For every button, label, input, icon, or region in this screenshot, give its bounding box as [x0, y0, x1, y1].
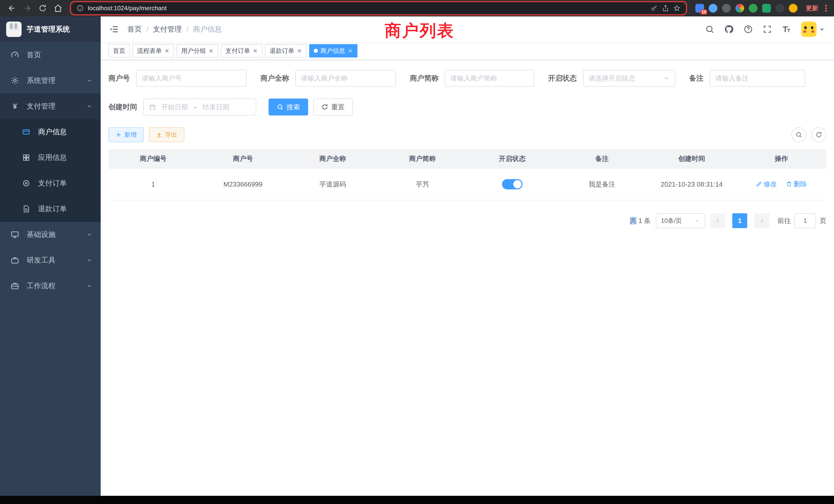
filter-row-1: 商户号 商户全称 商户简称 开启状态 请选择开启状态 — [108, 70, 826, 87]
chevron-down-icon — [86, 283, 92, 289]
extension-icon[interactable] — [709, 4, 718, 13]
pagination-goto: 前往 页 — [777, 213, 826, 228]
browser-menu-icon[interactable] — [823, 5, 829, 12]
font-size-icon[interactable] — [782, 24, 791, 34]
chevron-down-icon — [86, 231, 92, 238]
github-icon[interactable] — [724, 24, 734, 34]
start-date-input[interactable] — [158, 103, 191, 111]
remark-input[interactable] — [716, 74, 799, 83]
add-button[interactable]: 新增 — [108, 127, 144, 142]
reset-button[interactable]: 重置 — [313, 98, 353, 115]
help-icon[interactable] — [744, 25, 753, 34]
share-icon[interactable] — [662, 5, 669, 12]
status-select[interactable]: 请选择开启状态 — [583, 70, 675, 87]
sidebar-group-payment: ¥ 支付管理 商户信息 应用信息 — [0, 93, 101, 222]
tab-close-icon[interactable] — [348, 48, 353, 53]
home-icon — [54, 4, 62, 13]
dashboard-icon — [10, 50, 20, 60]
tab-merchant-info-active[interactable]: 商户信息 — [309, 44, 357, 58]
edit-link[interactable]: 修改 — [756, 180, 777, 189]
delete-link-label: 删除 — [794, 180, 807, 189]
browser-extensions: 10 — [692, 4, 800, 13]
screen-bottom-strip — [0, 496, 834, 504]
reload-icon — [39, 4, 47, 12]
tab-refund-order[interactable]: 退款订单 — [265, 44, 307, 58]
browser-home-button[interactable] — [51, 2, 65, 15]
status-toggle[interactable] — [502, 179, 523, 189]
sidebar-item-home[interactable]: 首页 — [0, 42, 101, 68]
header-search-icon[interactable] — [705, 25, 714, 34]
extension-icon[interactable] — [736, 4, 744, 13]
merchant-name-input[interactable] — [301, 74, 390, 83]
sidebar-logo[interactable]: 芋道管理系统 — [0, 17, 101, 42]
user-avatar-menu[interactable] — [801, 22, 825, 37]
export-button[interactable]: 导出 — [149, 127, 184, 142]
end-date-input[interactable] — [199, 103, 233, 111]
sidebar-item-infrastructure[interactable]: 基础设施 — [0, 222, 101, 247]
tab-pay-order[interactable]: 支付订单 — [221, 44, 262, 58]
delete-link[interactable]: 删除 — [786, 180, 807, 189]
fullscreen-icon[interactable] — [763, 25, 772, 34]
sidebar-item-merchant-info[interactable]: 商户信息 — [0, 119, 101, 145]
sidebar-toggle-button[interactable] — [101, 24, 127, 35]
refresh-table-button[interactable] — [811, 127, 826, 142]
download-icon — [156, 132, 162, 138]
merchant-short-input[interactable] — [451, 74, 528, 83]
browser-back-button[interactable] — [5, 2, 19, 15]
browser-reload-button[interactable] — [36, 2, 49, 15]
password-key-icon[interactable] — [651, 5, 658, 12]
tab-close-icon[interactable] — [164, 48, 170, 53]
sidebar-item-dev-tools[interactable]: 研发工具 — [0, 247, 101, 273]
chevron-right-icon — [759, 217, 765, 224]
extension-icon[interactable]: 10 — [695, 4, 704, 13]
prev-page-button[interactable] — [710, 213, 725, 228]
tab-close-icon[interactable] — [253, 48, 258, 53]
active-tab-dot — [314, 49, 318, 53]
merchant-table: 商户编号 商户号 商户全称 商户简称 开启状态 备注 创建时间 操作 1 M23… — [108, 150, 826, 201]
address-bar[interactable]: localhost:1024/pay/merchant — [71, 3, 686, 14]
url-text[interactable]: localhost:1024/pay/merchant — [88, 5, 646, 12]
extension-icon[interactable] — [789, 4, 797, 13]
browser-forward-button[interactable] — [21, 2, 34, 15]
extension-icon[interactable] — [722, 4, 731, 13]
sidebar-item-system[interactable]: 系统管理 — [0, 68, 101, 93]
tab-home[interactable]: 首页 — [108, 44, 130, 58]
field-label: 备注 — [689, 73, 704, 83]
refresh-icon — [322, 104, 328, 110]
cell-merchant-no: M233666999 — [198, 168, 288, 200]
search-button-label: 搜索 — [287, 102, 300, 112]
toggle-search-button[interactable] — [791, 127, 806, 142]
search-button[interactable]: 搜索 — [269, 98, 308, 115]
sidebar-item-payment[interactable]: ¥ 支付管理 — [0, 93, 101, 119]
tab-process-form[interactable]: 流程表单 — [132, 44, 174, 58]
sidebar-item-app-info[interactable]: 应用信息 — [0, 145, 101, 170]
tab-user-group[interactable]: 用户分组 — [177, 44, 218, 58]
breadcrumb-item[interactable]: 支付管理 — [153, 24, 182, 34]
field-label: 商户号 — [108, 73, 130, 83]
goto-prefix: 前往 — [777, 216, 791, 225]
goto-page-input[interactable] — [794, 213, 816, 228]
extension-icon[interactable] — [749, 4, 758, 13]
tab-close-icon[interactable] — [297, 48, 302, 53]
next-page-button[interactable] — [754, 213, 769, 228]
site-info-icon[interactable] — [76, 5, 84, 12]
plus-icon — [115, 132, 122, 138]
filter-merchant-short: 商户简称 — [410, 70, 534, 87]
bookmark-star-icon[interactable] — [673, 5, 680, 12]
table-option-buttons — [791, 127, 826, 142]
extension-icon[interactable] — [775, 4, 784, 13]
tab-close-icon[interactable] — [208, 48, 214, 53]
select-placeholder: 请选择开启状态 — [589, 74, 635, 83]
breadcrumb-item[interactable]: 首页 — [127, 24, 142, 34]
sidebar-item-refund-order[interactable]: 退款订单 — [0, 196, 101, 222]
page-number-button[interactable]: 1 — [732, 213, 747, 228]
chrome-update-button[interactable]: 更新 — [803, 4, 821, 12]
date-range-picker[interactable]: - — [143, 98, 256, 115]
merchant-no-input[interactable] — [142, 74, 241, 83]
tab-label: 首页 — [113, 47, 125, 55]
sidebar-item-workflow[interactable]: 工作流程 — [0, 273, 101, 299]
briefcase-icon — [10, 281, 20, 291]
page-size-select[interactable]: 10条/页 — [656, 213, 705, 228]
sidebar-item-pay-order[interactable]: 支付订单 — [0, 170, 101, 196]
extension-icon[interactable] — [762, 4, 771, 13]
